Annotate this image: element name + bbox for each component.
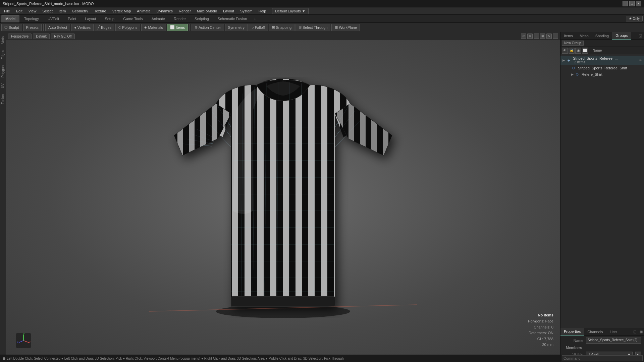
tab-render[interactable]: Render (170, 15, 190, 22)
panel-expand-button[interactable]: ▣ (638, 329, 644, 334)
item-row-shirt[interactable]: ⬡ Striped_Sports_Referee_Shirt (565, 65, 644, 71)
falloff-button[interactable]: ○ Falloff (249, 24, 268, 31)
sidebar-tab-verts[interactable]: Verts (0, 34, 5, 47)
toolbar: ⬡ Sculpt Presets Auto Select ● Vertices … (0, 23, 644, 32)
viewport[interactable]: Perspective Default Ray GL: Off ↺ ⊕ ⌕ ⊞ … (6, 32, 560, 355)
sidebar-tab-uv[interactable]: UV (0, 81, 5, 91)
menu-help[interactable]: Help (256, 8, 269, 14)
sculpt-button[interactable]: ⬡ Sculpt (1, 24, 22, 31)
toolbar-sep-2 (190, 24, 190, 31)
group-row[interactable]: ▶ ◆ Striped_Sports_Referee_... 2 Items 👁 (560, 56, 644, 65)
menu-view[interactable]: View (26, 8, 39, 14)
tab-shading[interactable]: Shading (592, 32, 612, 40)
default-button[interactable]: Default (33, 34, 50, 39)
layout-dropdown[interactable]: Default Layouts ▼ (272, 8, 308, 14)
command-input[interactable] (562, 355, 643, 361)
tab-paint[interactable]: Paint (64, 15, 80, 22)
titlebar-controls: ─ □ ✕ (623, 1, 641, 6)
tab-topology[interactable]: Topology (20, 15, 43, 22)
viewport-icon-3[interactable]: ⌕ (534, 34, 539, 39)
presets-button[interactable]: Presets (23, 24, 42, 31)
tab-items[interactable]: Items (560, 32, 576, 40)
tab-mesh[interactable]: Mesh (576, 32, 592, 40)
menu-file[interactable]: File (1, 8, 13, 14)
menu-item[interactable]: Item (56, 8, 68, 14)
rpanel-add-tab[interactable]: + (631, 33, 637, 39)
polygons-button[interactable]: ◇ Polygons (115, 24, 140, 31)
sidebar-tab-edges[interactable]: Edges (0, 47, 5, 62)
minimize-button[interactable]: ─ (623, 1, 628, 6)
tab-model[interactable]: Model (1, 15, 19, 22)
menu-animate[interactable]: Animate (134, 8, 153, 14)
panel-resize-button[interactable]: ◱ (632, 329, 638, 334)
items-list: ▶ ◆ Striped_Sports_Referee_... 2 Items 👁… (560, 54, 644, 328)
snapping-button[interactable]: ⊞ Snapping (269, 24, 295, 31)
tab-uvedit[interactable]: UVEdit (44, 15, 63, 22)
tab-properties[interactable]: Properties (560, 328, 584, 336)
menu-layout[interactable]: Layout (220, 8, 237, 14)
viewport-icon-2[interactable]: ⊕ (527, 34, 533, 39)
workplane-icon: ▦ (334, 25, 338, 29)
tab-channels[interactable]: Channels (584, 328, 606, 336)
main-area: Verts Edges Polygon UV Fusion Perspectiv… (0, 32, 644, 355)
select-all-button[interactable]: ⬜ (582, 48, 588, 54)
menu-system[interactable]: System (237, 8, 255, 14)
viewport-icon-6[interactable]: ⋮ (553, 34, 558, 39)
menu-edit[interactable]: Edit (13, 8, 25, 14)
eye-all-button[interactable]: 👁 (562, 48, 568, 54)
tab-gametools[interactable]: Game Tools (119, 15, 147, 22)
item-row-refere[interactable]: ▶ ⬡ Refere_Shirt (565, 71, 644, 78)
maximize-button[interactable]: □ (629, 1, 635, 6)
polygons-info: Polygons: Face (528, 318, 553, 324)
vertices-button[interactable]: ● Vertices (71, 24, 94, 31)
deformers-info: Deformers: ON (528, 330, 553, 336)
render-all-button[interactable]: ◉ (575, 48, 581, 54)
menu-dynamics[interactable]: Dynamics (154, 8, 175, 14)
sidebar-tab-polygon[interactable]: Polygon (0, 63, 5, 80)
ray-gl-button[interactable]: Ray GL: Off (51, 34, 75, 39)
tab-groups[interactable]: Groups (612, 32, 631, 40)
rpanel-tabs: Items Mesh Shading Groups + ◱ ▣ (560, 32, 644, 40)
add-tab-button[interactable]: + (252, 15, 258, 22)
edges-button[interactable]: ╱ Edges (95, 24, 114, 31)
lock-all-button[interactable]: 🔒 (569, 48, 575, 54)
items-button[interactable]: ⬜ Items (167, 24, 188, 31)
members-header: Members (563, 345, 641, 350)
tab-lists[interactable]: Lists (606, 328, 621, 336)
select-through-button[interactable]: ⊟ Select Through (296, 24, 330, 31)
symmetry-button[interactable]: Symmetry (225, 24, 248, 31)
action-center-button[interactable]: ⊕ Action Center (192, 24, 224, 31)
tab-layout[interactable]: Layout (81, 15, 100, 22)
new-group-button[interactable]: New Group (562, 41, 584, 46)
sidebar-tab-fusion[interactable]: Fusion (0, 92, 5, 107)
auto-select-button[interactable]: Auto Select (45, 24, 70, 31)
action-center-icon: ⊕ (195, 25, 198, 29)
only-button[interactable]: ★ Only (626, 16, 643, 21)
menu-render[interactable]: Render (176, 8, 194, 14)
tab-setup[interactable]: Setup (101, 15, 118, 22)
menu-geometry[interactable]: Geometry (69, 8, 91, 14)
tab-scripting[interactable]: Scripting (191, 15, 213, 22)
menu-maxtomodo[interactable]: MaxToModo (194, 8, 220, 14)
statusbar: Left Double Click: Select Connected ● Le… (0, 355, 644, 362)
viewport-icon-1[interactable]: ↺ (521, 34, 526, 39)
name-value[interactable]: Striped_Sports_Referee_Shirt (2) (586, 338, 641, 344)
titlebar: Striped_Sports_Referee_Shirt_modo_base.l… (0, 0, 644, 7)
snapping-icon: ⊞ (272, 25, 275, 29)
falloff-icon: ○ (252, 25, 254, 29)
close-button[interactable]: ✕ (636, 1, 641, 6)
modetabs: Model Topology UVEdit Paint Layout Setup… (0, 15, 644, 23)
rpanel-resize-1[interactable]: ◱ (637, 33, 643, 39)
status-text: Left Double Click: Select Connected ● Le… (7, 357, 344, 360)
materials-button[interactable]: ◈ Materials (141, 24, 166, 31)
menu-vertexmap[interactable]: Vertex Map (110, 8, 134, 14)
shirt-render-area: X Y Z No Items Polygons: Face Channels: … (6, 40, 560, 355)
perspective-button[interactable]: Perspective (8, 34, 32, 39)
tab-schematicfusion[interactable]: Schematic Fusion (214, 15, 251, 22)
viewport-icon-4[interactable]: ⊞ (540, 34, 545, 39)
menu-texture[interactable]: Texture (92, 8, 109, 14)
tab-animate[interactable]: Animate (148, 15, 169, 22)
workplane-button[interactable]: ▦ WorkPlane (331, 24, 360, 31)
menu-select[interactable]: Select (40, 8, 55, 14)
viewport-icon-5[interactable]: ✎ (546, 34, 552, 39)
